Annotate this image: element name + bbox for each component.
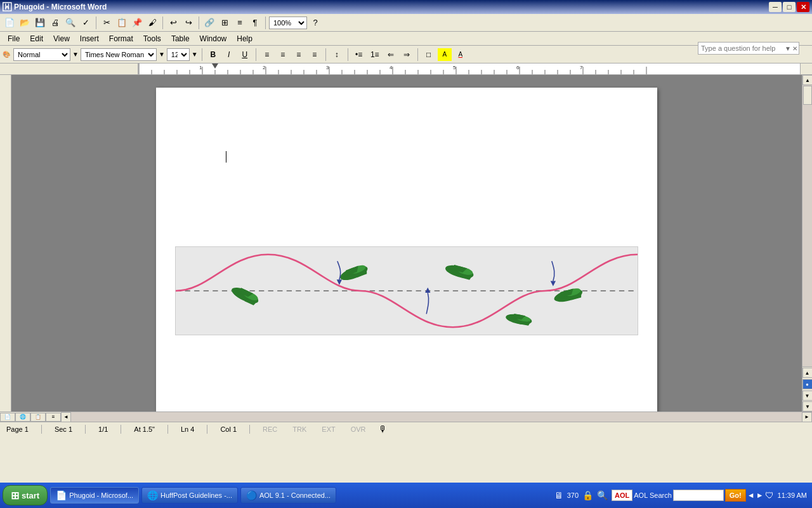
normal-view-button[interactable]: 📄	[0, 413, 15, 422]
standard-toolbar: 📄 📂 💾 🖨 🔍 ✓ ✂ 📋 📌 🖌 ↩ ↪ 🔗 ⊞ ≡ ¶ 100% ?	[0, 14, 812, 32]
help-search-input[interactable]	[701, 44, 783, 52]
help-close-icon[interactable]: ✕	[792, 45, 797, 52]
aol-search-input[interactable]	[673, 490, 724, 501]
align-center-button[interactable]: ≡	[276, 48, 290, 61]
size-dropdown-icon[interactable]: ▼	[192, 51, 198, 58]
menu-help[interactable]: Help	[232, 33, 258, 44]
open-button[interactable]: 📂	[18, 16, 32, 30]
menu-table[interactable]: Table	[166, 33, 195, 44]
taskbar-huffpost-button[interactable]: 🌐 HuffPost Guidelines -...	[141, 487, 238, 504]
aol-icon: 🔵	[246, 490, 257, 500]
menu-tools[interactable]: Tools	[138, 33, 166, 44]
start-button[interactable]: ⊞ start	[3, 485, 48, 505]
trk-status: TRK	[290, 425, 309, 433]
scroll-down-button[interactable]: ▼	[802, 401, 812, 411]
italic-button[interactable]: I	[222, 48, 236, 61]
bold-button[interactable]: B	[206, 48, 220, 61]
connection-number: 370	[567, 491, 579, 499]
save-button[interactable]: 💾	[33, 16, 47, 30]
macro-button[interactable]: 🎙	[379, 424, 388, 434]
taskbar-aol-label: AOL 9.1 - Connected...	[259, 491, 331, 499]
menu-file[interactable]: File	[3, 33, 25, 44]
line-spacing-button[interactable]: ↕	[330, 48, 344, 61]
document-page[interactable]	[156, 88, 657, 411]
horizontal-scrollbar-area: 📄 🌐 📋 ≡ ◄ ►	[0, 411, 812, 422]
svg-text:7: 7	[580, 65, 583, 70]
numbering-button[interactable]: 1≡	[368, 48, 382, 61]
new-button[interactable]: 📄	[3, 16, 16, 30]
underline-button[interactable]: U	[238, 48, 252, 61]
huffpost-icon: 🌐	[147, 490, 158, 500]
style-dropdown-icon[interactable]: ▼	[72, 51, 79, 58]
title-bar-left: 🅆 Phugoid - Microsoft Word	[3, 2, 107, 12]
hscroll-left-button[interactable]: ◄	[61, 412, 71, 422]
taskbar-aol-button[interactable]: 🔵 AOL 9.1 - Connected...	[240, 487, 336, 504]
format-painter-button[interactable]: 🖌	[145, 16, 159, 30]
minimize-button[interactable]: ─	[769, 2, 782, 12]
styles-icon: 🎨	[3, 51, 10, 58]
border-button[interactable]: □	[422, 48, 436, 61]
menu-view[interactable]: View	[48, 33, 75, 44]
hscroll-right-button[interactable]: ►	[802, 412, 812, 422]
paste-button[interactable]: 📌	[130, 16, 144, 30]
increase-indent-button[interactable]: ⇒	[400, 48, 414, 61]
align-left-button[interactable]: ≡	[260, 48, 274, 61]
scroll-track[interactable]	[802, 85, 812, 366]
svg-text:2: 2	[263, 65, 266, 70]
select-browse-button[interactable]: ●	[802, 379, 813, 389]
sep-fmt4	[348, 48, 348, 61]
separator4	[265, 17, 266, 29]
bullets-button[interactable]: •≡	[352, 48, 366, 61]
next-page-button[interactable]: ▼	[802, 391, 813, 401]
help-search-box[interactable]: ▼ ✕	[698, 42, 799, 55]
size-select[interactable]: 12	[167, 48, 190, 61]
ext-status: EXT	[319, 425, 337, 433]
redo-button[interactable]: ↪	[181, 16, 195, 30]
prev-page-button[interactable]: ▲	[802, 368, 813, 378]
maximize-button[interactable]: □	[783, 2, 796, 12]
table-button[interactable]: ⊞	[218, 16, 232, 30]
print-layout-button[interactable]: 📋	[30, 413, 46, 422]
undo-button[interactable]: ↩	[166, 16, 180, 30]
close-button[interactable]: ✕	[797, 2, 809, 12]
menu-window[interactable]: Window	[195, 33, 232, 44]
separator3	[199, 17, 199, 29]
help-button[interactable]: ?	[308, 16, 322, 30]
separator2	[162, 17, 163, 29]
style-select[interactable]: Normal	[13, 48, 70, 61]
hscroll-track[interactable]	[71, 412, 802, 422]
menu-format[interactable]: Format	[104, 33, 138, 44]
zoom-select[interactable]: 100%	[269, 17, 307, 29]
menu-edit[interactable]: Edit	[25, 33, 48, 44]
columns-button[interactable]: ≡	[233, 16, 247, 30]
copy-button[interactable]: 📋	[115, 16, 129, 30]
justify-button[interactable]: ≡	[308, 48, 322, 61]
vertical-scrollbar[interactable]: ▲ ▲ ● ▼ ▼	[802, 75, 812, 411]
spell-button[interactable]: ✓	[79, 16, 93, 30]
taskbar-word-button[interactable]: 📄 Phugoid - Microsof...	[50, 487, 139, 504]
svg-text:6: 6	[516, 65, 520, 70]
print-preview-button[interactable]: 🔍	[63, 16, 77, 30]
outline-view-button[interactable]: ≡	[46, 413, 61, 422]
scroll-up-button[interactable]: ▲	[802, 75, 812, 85]
network-icon: 🖥	[554, 490, 563, 500]
font-color-button[interactable]: A	[454, 48, 468, 61]
scroll-thumb[interactable]	[803, 86, 812, 105]
hyperlink-button[interactable]: 🔗	[202, 16, 216, 30]
aol-go-button[interactable]: Go!	[725, 489, 746, 502]
highlight-button[interactable]: A	[438, 48, 452, 61]
decrease-indent-button[interactable]: ⇐	[384, 48, 398, 61]
align-right-button[interactable]: ≡	[292, 48, 306, 61]
document-area[interactable]	[11, 75, 802, 411]
font-dropdown-icon[interactable]: ▼	[159, 51, 165, 58]
aol-nav-left-icon[interactable]: ◄	[747, 491, 755, 500]
aol-nav-right-icon[interactable]: ►	[756, 491, 764, 500]
menu-insert[interactable]: Insert	[75, 33, 104, 44]
show-hide-button[interactable]: ¶	[248, 16, 262, 30]
web-view-button[interactable]: 🌐	[15, 413, 30, 422]
cut-button[interactable]: ✂	[100, 16, 114, 30]
font-select[interactable]: Times New Roman	[81, 48, 157, 61]
sec-status: Sec 1	[52, 425, 75, 433]
print-button[interactable]: 🖨	[48, 16, 62, 30]
svg-text:4: 4	[390, 65, 393, 70]
